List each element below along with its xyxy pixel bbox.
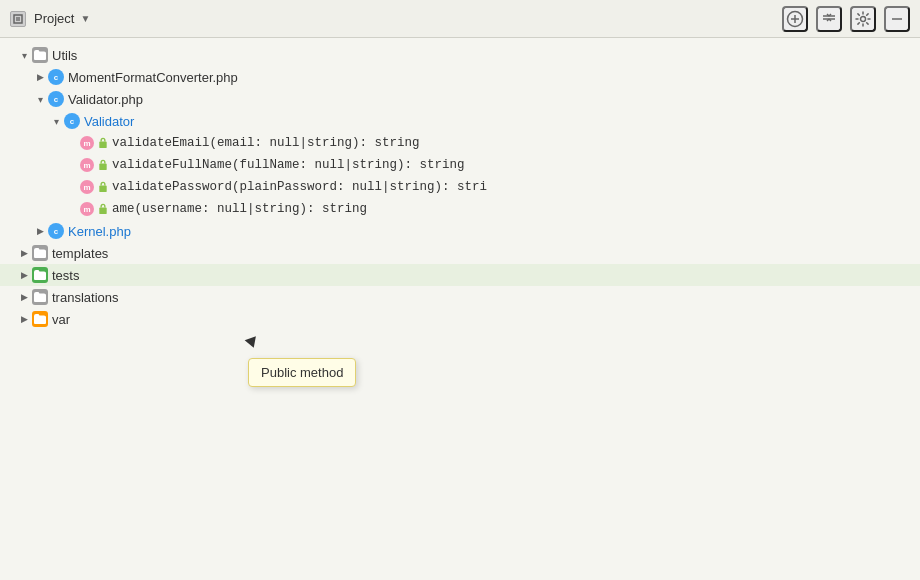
arrow-translations: ▶ bbox=[16, 289, 32, 305]
minimize-button[interactable] bbox=[884, 6, 910, 32]
folder-icon-translations bbox=[32, 289, 48, 305]
project-panel: Project ▼ bbox=[0, 0, 920, 580]
tree-item-translations[interactable]: ▶ translations bbox=[0, 286, 920, 308]
method-icon-password: m bbox=[80, 180, 94, 194]
arrow-utils: ▾ bbox=[16, 47, 32, 63]
tests-label: tests bbox=[52, 268, 79, 283]
translations-label: translations bbox=[52, 290, 118, 305]
tooltip-public-method: Public method bbox=[248, 358, 356, 387]
tree-item-validate-email[interactable]: m validateEmail(email: null|string): str… bbox=[0, 132, 920, 154]
svg-rect-13 bbox=[99, 142, 106, 148]
svg-point-11 bbox=[861, 16, 866, 21]
collapse-button[interactable] bbox=[816, 6, 842, 32]
toolbar-title: Project ▼ bbox=[34, 11, 90, 26]
tree-item-validate-password[interactable]: m validatePassword(plainPassword: null|s… bbox=[0, 176, 920, 198]
add-button[interactable] bbox=[782, 6, 808, 32]
svg-rect-15 bbox=[99, 186, 106, 192]
arrow-moment: ▶ bbox=[32, 69, 48, 85]
class-icon-kernel: c bbox=[48, 223, 64, 239]
arrow-kernel: ▶ bbox=[32, 223, 48, 239]
templates-label: templates bbox=[52, 246, 108, 261]
lock-icon-email bbox=[97, 137, 109, 149]
lock-icon-username bbox=[97, 203, 109, 215]
project-tree: ▾ Utils ▶ c MomentFormatConverter.php ▾ … bbox=[0, 38, 920, 580]
validate-email-label: validateEmail(email: null|string): strin… bbox=[112, 136, 420, 150]
svg-rect-1 bbox=[16, 17, 20, 21]
dropdown-icon[interactable]: ▼ bbox=[80, 13, 90, 24]
folder-icon-tests bbox=[32, 267, 48, 283]
method-icon-fullname: m bbox=[80, 158, 94, 172]
tree-item-moment[interactable]: ▶ c MomentFormatConverter.php bbox=[0, 66, 920, 88]
kernel-label: Kernel.php bbox=[68, 224, 131, 239]
tree-item-utils[interactable]: ▾ Utils bbox=[0, 44, 920, 66]
toolbar: Project ▼ bbox=[0, 0, 920, 38]
class-icon-moment: c bbox=[48, 69, 64, 85]
validate-password-label: validatePassword(plainPassword: null|str… bbox=[112, 180, 487, 194]
svg-rect-16 bbox=[99, 208, 106, 214]
arrow-var: ▶ bbox=[16, 311, 32, 327]
folder-icon-var bbox=[32, 311, 48, 327]
tree-item-kernel[interactable]: ▶ c Kernel.php bbox=[0, 220, 920, 242]
tree-item-tests[interactable]: ▶ tests bbox=[0, 264, 920, 286]
validator-class-label: Validator bbox=[84, 114, 134, 129]
lock-icon-fullname bbox=[97, 159, 109, 171]
class-icon-validator-file: c bbox=[48, 91, 64, 107]
tooltip-text: Public method bbox=[261, 365, 343, 380]
arrow-validator-class: ▾ bbox=[48, 113, 64, 129]
svg-rect-14 bbox=[99, 164, 106, 170]
settings-button[interactable] bbox=[850, 6, 876, 32]
lock-icon-password bbox=[97, 181, 109, 193]
tree-item-templates[interactable]: ▶ templates bbox=[0, 242, 920, 264]
utils-label: Utils bbox=[52, 48, 77, 63]
var-label: var bbox=[52, 312, 70, 327]
class-icon-validator-class: c bbox=[64, 113, 80, 129]
method-icon-email: m bbox=[80, 136, 94, 150]
tree-item-validator-class[interactable]: ▾ c Validator bbox=[0, 110, 920, 132]
project-icon bbox=[10, 11, 26, 27]
arrow-tests: ▶ bbox=[16, 267, 32, 283]
project-label: Project bbox=[34, 11, 74, 26]
validator-file-label: Validator.php bbox=[68, 92, 143, 107]
method-icon-username: m bbox=[80, 202, 94, 216]
arrow-templates: ▶ bbox=[16, 245, 32, 261]
validate-username-label: ame(username: null|string): string bbox=[112, 202, 367, 216]
tree-item-validate-username[interactable]: m ame(username: null|string): string bbox=[0, 198, 920, 220]
tree-item-validate-fullname[interactable]: m validateFullName(fullName: null|string… bbox=[0, 154, 920, 176]
tree-item-var[interactable]: ▶ var bbox=[0, 308, 920, 330]
folder-icon-templates bbox=[32, 245, 48, 261]
moment-label: MomentFormatConverter.php bbox=[68, 70, 238, 85]
arrow-validator-file: ▾ bbox=[32, 91, 48, 107]
folder-icon-utils bbox=[32, 47, 48, 63]
tree-item-validator-file[interactable]: ▾ c Validator.php bbox=[0, 88, 920, 110]
validate-fullname-label: validateFullName(fullName: null|string):… bbox=[112, 158, 465, 172]
